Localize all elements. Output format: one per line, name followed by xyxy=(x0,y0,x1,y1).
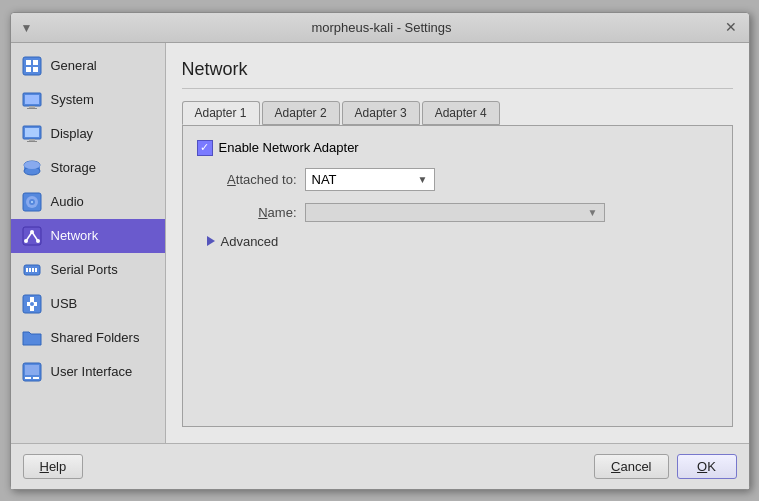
tab-adapter1[interactable]: Adapter 1 xyxy=(182,101,260,125)
name-label: Name: xyxy=(197,205,297,220)
tab-adapter1-label: Adapter 1 xyxy=(195,106,247,120)
main-panel: Network Adapter 1 Adapter 2 Adapter 3 Ad… xyxy=(166,43,749,443)
enable-network-label: Enable Network Adapter xyxy=(219,140,359,155)
tab-adapter2[interactable]: Adapter 2 xyxy=(262,101,340,125)
shared-folders-icon xyxy=(21,327,43,349)
storage-icon xyxy=(21,157,43,179)
attached-to-underline-label: A xyxy=(227,172,236,187)
sidebar-label-user-interface: User Interface xyxy=(51,364,133,379)
cancel-button[interactable]: Cancel xyxy=(594,454,668,479)
sidebar-label-storage: Storage xyxy=(51,160,97,175)
sidebar-label-display: Display xyxy=(51,126,94,141)
titlebar: ▼ morpheus-kali - Settings ✕ xyxy=(11,13,749,43)
attached-to-row: Attached to: NAT ▼ xyxy=(197,168,718,191)
sidebar-label-usb: USB xyxy=(51,296,78,311)
svg-rect-11 xyxy=(29,139,35,141)
ok-underline: O xyxy=(697,459,707,474)
titlebar-left: ▼ xyxy=(21,20,41,35)
svg-rect-38 xyxy=(25,377,31,379)
sidebar-item-display[interactable]: Display xyxy=(11,117,165,151)
system-icon xyxy=(21,89,43,111)
sidebar-item-shared-folders[interactable]: Shared Folders xyxy=(11,321,165,355)
window-title: morpheus-kali - Settings xyxy=(41,20,723,35)
svg-rect-29 xyxy=(29,268,31,272)
svg-rect-2 xyxy=(33,60,38,65)
sidebar: General System Display Storage xyxy=(11,43,166,443)
display-icon xyxy=(21,123,43,145)
sidebar-label-serial-ports: Serial Ports xyxy=(51,262,118,277)
tab-adapter3-label: Adapter 3 xyxy=(355,106,407,120)
sidebar-item-usb[interactable]: USB xyxy=(11,287,165,321)
tab-adapter3[interactable]: Adapter 3 xyxy=(342,101,420,125)
name-arrow-icon: ▼ xyxy=(588,207,598,218)
sidebar-item-system[interactable]: System xyxy=(11,83,165,117)
svg-rect-8 xyxy=(27,108,37,109)
svg-rect-37 xyxy=(25,365,39,375)
usb-icon xyxy=(21,293,43,315)
svg-rect-3 xyxy=(26,67,31,72)
enable-network-row: ✓ Enable Network Adapter xyxy=(197,140,718,156)
advanced-label: Advanced xyxy=(221,234,279,249)
svg-rect-31 xyxy=(35,268,37,272)
ok-rest: K xyxy=(707,459,716,474)
tab-adapter4[interactable]: Adapter 4 xyxy=(422,101,500,125)
general-icon xyxy=(21,55,43,77)
advanced-row[interactable]: Advanced xyxy=(197,234,718,249)
audio-icon xyxy=(21,191,43,213)
svg-rect-4 xyxy=(33,67,38,72)
attached-to-dropdown[interactable]: NAT ▼ xyxy=(305,168,435,191)
bottom-bar: Help Cancel OK xyxy=(11,443,749,489)
sidebar-item-user-interface[interactable]: User Interface xyxy=(11,355,165,389)
help-button[interactable]: Help xyxy=(23,454,84,479)
content-area: General System Display Storage xyxy=(11,43,749,443)
svg-rect-12 xyxy=(27,141,37,142)
svg-rect-1 xyxy=(26,60,31,65)
svg-rect-6 xyxy=(25,95,39,104)
btn-right-group: Cancel OK xyxy=(594,454,736,479)
svg-rect-10 xyxy=(25,128,39,137)
help-underline: H xyxy=(40,459,49,474)
name-row: Name: ▼ xyxy=(197,203,718,222)
user-interface-icon xyxy=(21,361,43,383)
ok-button[interactable]: OK xyxy=(677,454,737,479)
sidebar-item-general[interactable]: General xyxy=(11,49,165,83)
cancel-underline: C xyxy=(611,459,620,474)
sidebar-item-network[interactable]: Network xyxy=(11,219,165,253)
svg-rect-0 xyxy=(23,57,41,75)
attached-to-arrow-icon: ▼ xyxy=(418,174,428,185)
serial-ports-icon xyxy=(21,259,43,281)
tabs-row: Adapter 1 Adapter 2 Adapter 3 Adapter 4 xyxy=(182,101,733,125)
window-menu-icon[interactable]: ▼ xyxy=(21,21,33,35)
settings-window: ▼ morpheus-kali - Settings ✕ General Sys… xyxy=(10,12,750,490)
sidebar-label-shared-folders: Shared Folders xyxy=(51,330,140,345)
tab-adapter2-label: Adapter 2 xyxy=(275,106,327,120)
panel-title: Network xyxy=(182,59,733,89)
svg-point-35 xyxy=(30,302,34,306)
svg-rect-39 xyxy=(33,377,39,379)
cancel-rest: ancel xyxy=(620,459,651,474)
svg-rect-7 xyxy=(29,106,35,108)
sidebar-label-audio: Audio xyxy=(51,194,84,209)
sidebar-item-storage[interactable]: Storage xyxy=(11,151,165,185)
help-rest: elp xyxy=(49,459,66,474)
tab-adapter4-label: Adapter 4 xyxy=(435,106,487,120)
svg-point-20 xyxy=(31,201,33,203)
attached-to-value: NAT xyxy=(312,172,418,187)
enable-network-checkbox[interactable]: ✓ xyxy=(197,140,213,156)
sidebar-item-serial-ports[interactable]: Serial Ports xyxy=(11,253,165,287)
sidebar-label-network: Network xyxy=(51,228,99,243)
svg-rect-30 xyxy=(32,268,34,272)
sidebar-label-general: General xyxy=(51,58,97,73)
svg-point-16 xyxy=(24,161,40,169)
tab-content: ✓ Enable Network Adapter Attached to: NA… xyxy=(182,125,733,427)
name-dropdown[interactable]: ▼ xyxy=(305,203,605,222)
svg-rect-28 xyxy=(26,268,28,272)
name-underline-label: N xyxy=(258,205,267,220)
attached-to-rest-label: ttached to: xyxy=(236,172,297,187)
close-button[interactable]: ✕ xyxy=(723,19,739,35)
network-icon xyxy=(21,225,43,247)
advanced-expand-icon xyxy=(207,236,215,246)
sidebar-item-audio[interactable]: Audio xyxy=(11,185,165,219)
name-rest-label: ame: xyxy=(268,205,297,220)
attached-to-label: Attached to: xyxy=(197,172,297,187)
